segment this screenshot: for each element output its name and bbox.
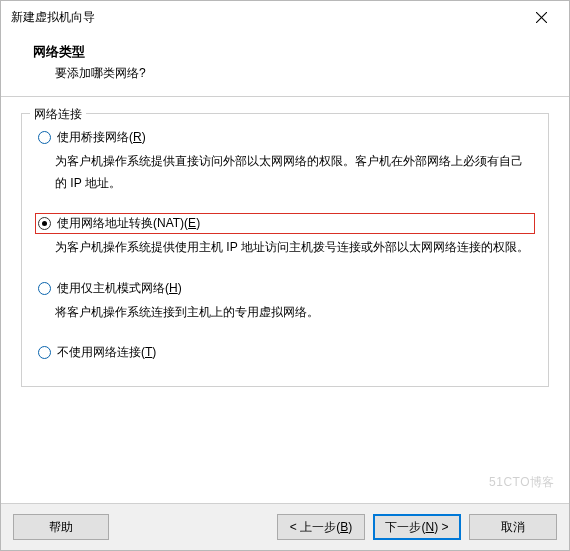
option-nat-row[interactable]: 使用网络地址转换(NAT)(E) [36,214,534,233]
label-text: 下一步( [385,519,425,536]
label-text: ) [142,130,146,144]
label-text: ) > [434,520,448,534]
option-hostonly-row[interactable]: 使用仅主机模式网络(H) [36,279,534,298]
label-text: ) [178,281,182,295]
help-button[interactable]: 帮助 [13,514,109,540]
radio-bridged[interactable] [38,131,51,144]
close-button[interactable] [521,3,561,31]
radio-hostonly[interactable] [38,282,51,295]
content-area: 网络连接 使用桥接网络(R) 为客户机操作系统提供直接访问外部以太网网络的权限。… [1,97,569,503]
label-text: 不使用网络连接( [57,345,145,359]
fieldset-legend: 网络连接 [30,106,86,123]
close-icon [536,12,547,23]
cancel-button[interactable]: 取消 [469,514,557,540]
wizard-header: 网络类型 要添加哪类网络? [1,33,569,97]
option-none-row[interactable]: 不使用网络连接(T) [36,343,534,362]
label-accel: R [133,130,142,144]
radio-nat[interactable] [38,217,51,230]
label-text: 使用网络地址转换(NAT)( [57,216,188,230]
label-accel: H [169,281,178,295]
titlebar: 新建虚拟机向导 [1,1,569,33]
footer: 帮助 < 上一步(B) 下一步(N) > 取消 [1,503,569,550]
label-text: ) [196,216,200,230]
radio-none[interactable] [38,346,51,359]
next-button[interactable]: 下一步(N) > [373,514,461,540]
option-bridged-label: 使用桥接网络(R) [57,129,146,146]
option-bridged-row[interactable]: 使用桥接网络(R) [36,128,534,147]
back-button[interactable]: < 上一步(B) [277,514,365,540]
option-hostonly-desc: 将客户机操作系统连接到主机上的专用虚拟网络。 [36,298,534,324]
option-nat-desc: 为客户机操作系统提供使用主机 IP 地址访问主机拨号连接或外部以太网网络连接的权… [36,233,534,259]
option-hostonly: 使用仅主机模式网络(H) 将客户机操作系统连接到主机上的专用虚拟网络。 [36,279,534,324]
option-none-label: 不使用网络连接(T) [57,344,156,361]
option-bridged-desc: 为客户机操作系统提供直接访问外部以太网网络的权限。客户机在外部网络上必须有自己的… [36,147,534,194]
option-none: 不使用网络连接(T) [36,343,534,362]
window-title: 新建虚拟机向导 [11,9,521,26]
label-text: 使用仅主机模式网络( [57,281,169,295]
option-hostonly-label: 使用仅主机模式网络(H) [57,280,182,297]
label-text: < 上一步( [290,519,340,536]
label-accel: N [425,520,434,534]
page-title: 网络类型 [33,43,551,61]
page-subtitle: 要添加哪类网络? [33,65,551,82]
label-text: 使用桥接网络( [57,130,133,144]
label-accel: E [188,216,196,230]
wizard-window: 新建虚拟机向导 网络类型 要添加哪类网络? 网络连接 使用桥接网络(R) 为客户… [0,0,570,551]
network-fieldset: 网络连接 使用桥接网络(R) 为客户机操作系统提供直接访问外部以太网网络的权限。… [21,113,549,387]
label-accel: B [340,520,348,534]
label-text: ) [348,520,352,534]
option-nat-label: 使用网络地址转换(NAT)(E) [57,215,200,232]
watermark: 51CTO博客 [489,474,555,491]
option-nat: 使用网络地址转换(NAT)(E) 为客户机操作系统提供使用主机 IP 地址访问主… [36,214,534,259]
label-text: ) [152,345,156,359]
option-bridged: 使用桥接网络(R) 为客户机操作系统提供直接访问外部以太网网络的权限。客户机在外… [36,128,534,194]
